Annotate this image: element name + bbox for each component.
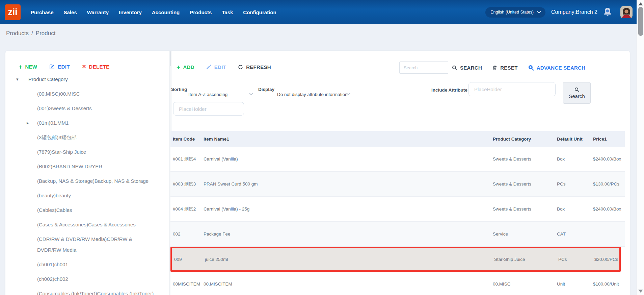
sorting-select[interactable]: Item A-Z ascending xyxy=(184,88,257,101)
nav-item-task[interactable]: Task xyxy=(222,9,233,15)
search-button[interactable]: SEARCH xyxy=(452,65,482,71)
refresh-button[interactable]: REFRESH xyxy=(238,64,271,70)
nav-item-accounting[interactable]: Accounting xyxy=(152,9,180,15)
app-logo[interactable]: zii xyxy=(5,4,21,20)
cell-category: Service xyxy=(493,231,557,237)
tree-item[interactable]: (ch002)ch002 xyxy=(37,274,157,285)
tree-item[interactable]: (ch001)ch001 xyxy=(37,259,157,270)
notification-bell-icon[interactable] xyxy=(603,7,612,18)
cell-category: Sweets & Desserts xyxy=(493,206,557,212)
tree-item[interactable]: (Backup, NAS & Storage)Backup, NAS & Sto… xyxy=(37,176,157,187)
edit-product-button[interactable]: EDIT xyxy=(206,64,226,70)
tree-root-label[interactable]: Product Category xyxy=(28,76,68,82)
table-row[interactable]: 002 Package Fee Service CAT xyxy=(170,222,625,247)
table-row[interactable]: #004 测试2 Carnival (Vanilla) - 25g Sweets… xyxy=(170,197,625,222)
top-nav: zii Purchase Sales Warranty Inventory Ac… xyxy=(0,0,637,24)
tree-item[interactable]: (B002)BRAND NEW DRYER xyxy=(37,161,157,172)
include-attribute-input[interactable] xyxy=(468,82,556,96)
nav-item-purchase[interactable]: Purchase xyxy=(31,9,54,15)
column-header-price: Price1 xyxy=(593,137,625,142)
cell-item-code: 00MISCITEM xyxy=(170,281,203,287)
tree-item[interactable]: (001)Sweets & Desserts xyxy=(37,103,157,114)
keyword-input[interactable] xyxy=(173,102,244,116)
product-list-panel: + ADD EDIT REFRESH xyxy=(170,51,630,295)
cell-item-code: 002 xyxy=(170,231,203,237)
cell-price: $100.00/Unit xyxy=(593,281,625,287)
tree-item[interactable]: (Consumables (Ink/Toner))Consumables (In… xyxy=(37,288,157,295)
tree-item-caret-icon[interactable]: ▸ xyxy=(27,118,29,128)
cell-item-name: PRAN Sweet Curd 500 gm xyxy=(203,181,493,187)
cell-item-name: 00.MISCITEM xyxy=(203,281,493,287)
language-selector[interactable]: English (United States) xyxy=(485,7,545,18)
reset-button-label: RESET xyxy=(500,65,518,71)
filter-search-button[interactable]: Search xyxy=(563,82,591,104)
tree-item-label: (B002)BRAND NEW DRYER xyxy=(37,164,102,169)
content-card: + NEW EDIT ✕ DELETE ▾ Product Category xyxy=(5,51,630,295)
cell-unit: PCs xyxy=(557,181,593,187)
breadcrumb-product[interactable]: Product xyxy=(36,30,56,37)
chevron-down-icon xyxy=(537,11,541,14)
cell-price: $130.00/PCs xyxy=(593,181,625,187)
category-tree: (00.MISC)00.MISC (001)Sweets & Desserts … xyxy=(37,89,157,295)
tree-item[interactable]: (7879)Star-Ship Juice xyxy=(37,147,157,157)
tree-item[interactable]: (3罐包邮)3罐包邮 xyxy=(37,132,157,143)
add-button-label: ADD xyxy=(183,64,194,70)
tree-item[interactable]: (CDR/RW & DVDR/RW Media)CDR/RW & DVDR/RW… xyxy=(37,234,157,255)
cell-item-name: Carnival (Vanilla) xyxy=(203,156,493,162)
cell-unit: Box xyxy=(557,156,593,162)
tree-item-label: (Consumables (Ink/Toner))Consumables (In… xyxy=(37,291,154,295)
tree-item-label: (001)Sweets & Desserts xyxy=(37,105,92,111)
cell-item-name: juice 250ml xyxy=(204,257,494,262)
table-header-row: Item Code Item Name1 Product Category De… xyxy=(170,131,625,147)
edit-category-button[interactable]: EDIT xyxy=(49,64,70,70)
tree-item[interactable]: (Cables)Cables xyxy=(37,205,157,216)
tree-item[interactable]: (beauty)beauty xyxy=(37,190,157,201)
delete-category-button[interactable]: ✕ DELETE xyxy=(82,64,110,70)
delete-button-label: DELETE xyxy=(89,64,110,70)
user-avatar[interactable] xyxy=(620,6,633,18)
breadcrumb: Products / Product xyxy=(6,30,55,37)
add-product-button[interactable]: + ADD xyxy=(177,64,194,70)
advance-search-button[interactable]: ADVANCE SEARCH xyxy=(528,65,586,71)
cell-item-code: #003 测试3 xyxy=(170,181,203,187)
tree-root-caret-icon[interactable]: ▾ xyxy=(16,77,21,82)
nav-item-products[interactable]: Products xyxy=(190,9,212,15)
new-button-label: NEW xyxy=(25,64,37,70)
table-row[interactable]: 00MISCITEM 00.MISCITEM 00.MISC Unit $100… xyxy=(170,272,625,295)
company-branch-label: Company:Branch 2 xyxy=(551,9,597,15)
nav-item-sales[interactable]: Sales xyxy=(64,9,77,15)
cell-unit: Unit xyxy=(557,281,593,287)
breadcrumb-products[interactable]: Products xyxy=(6,30,29,37)
cell-item-code: #004 测试2 xyxy=(170,206,203,212)
display-label: Display xyxy=(258,87,274,92)
tree-item[interactable]: ▸(01m)01.MM1 xyxy=(37,118,157,128)
scrollbar-down-arrow-icon[interactable] xyxy=(638,290,643,293)
reset-button[interactable]: RESET xyxy=(492,65,518,71)
search-input[interactable] xyxy=(399,62,448,74)
tree-item-label: (00.MISC)00.MISC xyxy=(37,91,80,97)
tree-item[interactable]: (00.MISC)00.MISC xyxy=(37,89,157,99)
window-scrollbar[interactable] xyxy=(637,0,644,295)
refresh-icon xyxy=(238,64,243,70)
nav-item-configuration[interactable]: Configuration xyxy=(243,9,276,15)
nav-item-warranty[interactable]: Warranty xyxy=(87,9,109,15)
scrollbar-up-arrow-icon[interactable] xyxy=(638,2,643,5)
new-category-button[interactable]: + NEW xyxy=(19,64,37,70)
edit-button-label: EDIT xyxy=(58,64,70,70)
cell-unit: Box xyxy=(557,206,593,212)
plus-icon: + xyxy=(177,64,180,70)
scrollbar-thumb[interactable] xyxy=(638,7,643,36)
pencil-icon xyxy=(206,64,212,70)
cell-price: $20.00/PCs xyxy=(594,257,625,262)
tree-item-label: (Cables)Cables xyxy=(37,207,72,213)
display-select[interactable]: Do not display attribute information xyxy=(273,88,354,101)
cell-category: 00.MISC xyxy=(493,281,557,287)
table-row-selected[interactable]: 009 juice 250ml Star-Ship Juice PCs $20.… xyxy=(170,247,621,272)
cell-price: $2400.00/Box xyxy=(593,156,625,162)
product-table: Item Code Item Name1 Product Category De… xyxy=(170,131,625,295)
table-row[interactable]: #003 测试3 PRAN Sweet Curd 500 gm Sweets &… xyxy=(170,172,625,197)
table-row[interactable]: #001 测试4 Carnival (Vanilla) Sweets & Des… xyxy=(170,147,625,172)
tree-item[interactable]: (Cases & Accessories)Cases & Accessories xyxy=(37,219,157,230)
pencil-square-icon xyxy=(49,64,55,70)
nav-item-inventory[interactable]: Inventory xyxy=(119,9,142,15)
